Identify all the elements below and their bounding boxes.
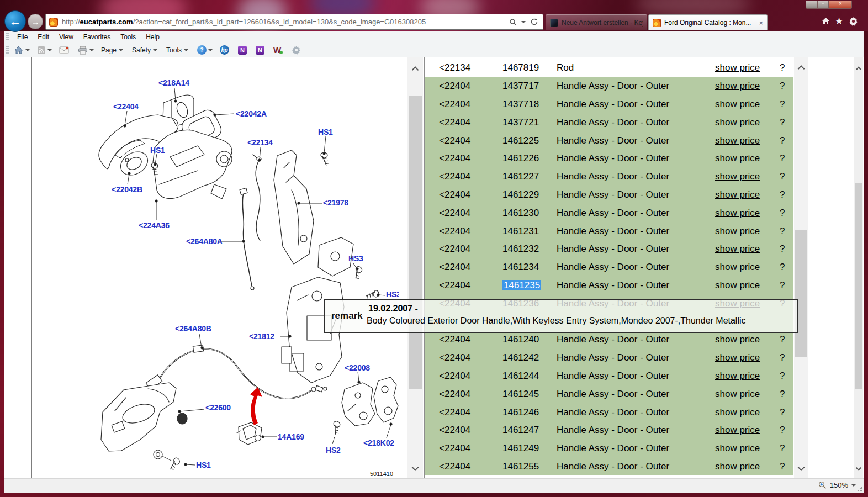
show-price-link[interactable]: show price xyxy=(715,208,780,219)
refresh-icon[interactable] xyxy=(530,18,538,26)
scrollbar-thumb[interactable] xyxy=(855,183,862,389)
help-dropdown-icon[interactable] xyxy=(208,49,213,51)
diagram-part-label[interactable]: <264A80A xyxy=(186,237,223,246)
show-price-link[interactable]: show price xyxy=(715,389,780,400)
home-dropdown-icon[interactable] xyxy=(25,49,30,51)
show-price-link[interactable]: show price xyxy=(715,189,780,200)
address-dropdown-icon[interactable] xyxy=(521,21,526,23)
minimize-button[interactable]: – xyxy=(806,1,817,9)
scrollbar-thumb[interactable] xyxy=(409,96,422,389)
tab-inactive[interactable]: Neue Antwort erstellen - Keyle... xyxy=(546,14,647,30)
show-price-link[interactable]: show price xyxy=(715,99,780,110)
url-text[interactable]: http://eucatparts.com/?action=cat_ford_p… xyxy=(62,18,507,26)
onenote-linked-notes-icon[interactable]: N xyxy=(256,46,264,55)
diagram-part-label[interactable]: <22404 xyxy=(113,102,139,111)
diagram-part-label[interactable]: <224A36 xyxy=(139,221,170,230)
show-price-link[interactable]: show price xyxy=(715,153,780,164)
scroll-up-icon[interactable] xyxy=(797,65,805,72)
description-cell: Handle Assy - Door - Outer xyxy=(557,189,715,200)
diagram-part-label[interactable]: <218K02 xyxy=(363,438,394,447)
scroll-down-icon[interactable] xyxy=(797,464,805,471)
show-price-link[interactable]: show price xyxy=(715,171,780,182)
help-icon[interactable]: ? xyxy=(197,45,207,55)
diagram-part-label[interactable]: HS1 xyxy=(150,146,165,155)
part-number-cell: 1461225 xyxy=(502,135,557,146)
show-price-link[interactable]: show price xyxy=(715,334,780,345)
show-price-link[interactable]: show price xyxy=(715,81,780,92)
home-icon[interactable] xyxy=(14,46,24,55)
show-price-link[interactable]: show price xyxy=(715,226,780,237)
diagram-part-label[interactable]: <22042B xyxy=(112,185,142,194)
table-scrollbar[interactable] xyxy=(794,57,808,478)
show-price-link[interactable]: show price xyxy=(715,262,780,273)
page-scrollbar[interactable] xyxy=(854,57,863,478)
print-dropdown-icon[interactable] xyxy=(89,49,94,51)
diagram-part-label[interactable]: <21978 xyxy=(323,198,348,207)
scrollbar-thumb[interactable] xyxy=(795,230,807,357)
diagram-scrollbar[interactable] xyxy=(407,57,423,478)
menu-view[interactable]: View xyxy=(54,32,78,42)
rss-feed-icon[interactable] xyxy=(37,46,46,55)
send-to-onenote-icon[interactable]: N xyxy=(238,46,247,55)
read-mail-icon[interactable] xyxy=(59,46,69,54)
search-icon[interactable] xyxy=(509,18,517,26)
options-gear-icon[interactable] xyxy=(292,45,301,55)
menu-favorites[interactable]: Favorites xyxy=(78,32,115,42)
tab-active[interactable]: Ford Original Catalog : Mon... × xyxy=(648,14,768,30)
scroll-up-icon[interactable] xyxy=(856,67,861,72)
settings-gear-icon[interactable] xyxy=(849,17,858,28)
menu-tools[interactable]: Tools xyxy=(115,32,141,42)
hp-smart-print-icon[interactable]: hp xyxy=(220,45,229,55)
diagram-part-label[interactable]: HS3 xyxy=(386,290,399,299)
show-price-link[interactable]: show price xyxy=(715,407,780,418)
scroll-up-icon[interactable] xyxy=(412,66,419,73)
print-icon[interactable] xyxy=(78,46,88,55)
part-number-cell: 1461245 xyxy=(502,389,557,400)
show-price-link[interactable]: show price xyxy=(715,352,780,363)
show-price-link[interactable]: show price xyxy=(715,425,780,436)
diagram-part-label[interactable]: HS3 xyxy=(348,254,363,263)
diagram-part-label[interactable]: HS1 xyxy=(196,461,211,469)
diagram-part-label[interactable]: <22008 xyxy=(345,363,370,372)
diagram-part-label[interactable]: <22042A xyxy=(236,109,267,118)
diagram-part-label[interactable]: HS2 xyxy=(326,446,341,454)
restore-button[interactable]: ▫ xyxy=(817,1,829,9)
show-price-link[interactable]: show price xyxy=(715,244,780,255)
close-button[interactable]: × xyxy=(829,1,852,9)
feeds-dropdown-icon[interactable] xyxy=(47,49,52,51)
part-number-cell: 1461227 xyxy=(502,171,557,182)
menu-edit[interactable]: Edit xyxy=(33,32,54,42)
diagram-part-label[interactable]: HS1 xyxy=(318,128,333,136)
menu-help[interactable]: Help xyxy=(141,32,165,42)
table-row: <22404 1461226 Handle Assy - Door - Oute… xyxy=(425,150,793,168)
zoom-dropdown-icon[interactable] xyxy=(851,484,856,487)
back-button[interactable]: ← xyxy=(4,10,26,32)
page-menu[interactable]: Page xyxy=(101,46,123,54)
favorites-star-icon[interactable]: ★ xyxy=(835,15,843,27)
scroll-down-icon[interactable] xyxy=(856,466,861,471)
show-price-link[interactable]: show price xyxy=(715,280,780,291)
show-price-link[interactable]: show price xyxy=(715,135,780,146)
diagram-part-label[interactable]: <21812 xyxy=(249,332,274,341)
tools-menu[interactable]: Tools xyxy=(166,46,188,54)
zoom-control[interactable]: 150% xyxy=(818,481,856,489)
description-cell: Handle Assy - Door - Outer xyxy=(557,117,715,128)
diagram-part-label[interactable]: <218A14 xyxy=(158,78,189,87)
scroll-down-icon[interactable] xyxy=(412,464,419,471)
menu-file[interactable]: File xyxy=(12,32,33,42)
diagram-part-label[interactable]: <264A80B xyxy=(175,324,211,333)
word-research-icon[interactable]: W xyxy=(273,45,283,55)
show-price-link[interactable]: show price xyxy=(715,62,780,73)
show-price-link[interactable]: show price xyxy=(715,371,780,382)
show-price-link[interactable]: show price xyxy=(715,461,780,472)
safety-menu[interactable]: Safety xyxy=(132,46,157,54)
show-price-link[interactable]: show price xyxy=(715,443,780,454)
show-price-link[interactable]: show price xyxy=(715,117,780,128)
diagram-part-label[interactable]: <22134 xyxy=(247,138,273,147)
tab-close-icon[interactable]: × xyxy=(759,19,763,27)
diagram-part-label[interactable]: <22600 xyxy=(205,403,231,412)
home-icon[interactable] xyxy=(821,17,830,28)
forward-button[interactable]: → xyxy=(28,14,43,29)
diagram-part-label[interactable]: 14A169 xyxy=(278,432,304,441)
address-bar[interactable]: http://eucatparts.com/?action=cat_ford_p… xyxy=(45,14,543,30)
